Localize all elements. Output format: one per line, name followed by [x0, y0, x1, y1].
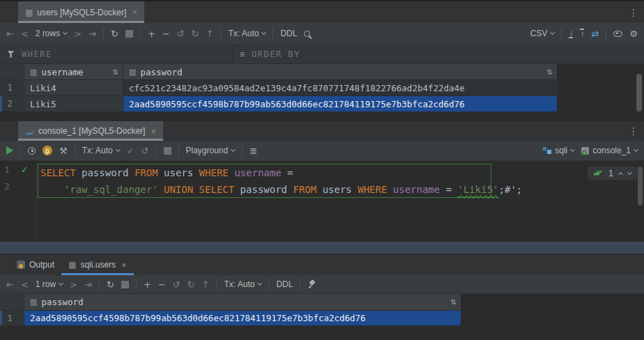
- editor-scrollbar[interactable]: [638, 167, 643, 206]
- rollback-icon[interactable]: ↺: [141, 146, 149, 155]
- search-icon[interactable]: [304, 31, 310, 37]
- schema-dropdown[interactable]: sqli: [543, 146, 574, 155]
- kebab-menu-icon[interactable]: ⋮: [623, 125, 644, 137]
- sql-editor[interactable]: 1 2 ✓ SELECT password FROM users WHERE u…: [0, 161, 644, 242]
- panel-splitter[interactable]: [0, 242, 644, 254]
- order-by-filter[interactable]: ≡ ORDER BY: [233, 45, 300, 63]
- compare-sync-icon[interactable]: ⇄: [591, 29, 599, 39]
- chevron-up-icon[interactable]: [618, 171, 623, 176]
- cell-value: Liki4: [30, 83, 56, 93]
- column-header-label: username: [41, 67, 83, 77]
- grid-filter-row: WHERE ≡ ORDER BY: [0, 45, 644, 64]
- next-page-icon[interactable]: >: [74, 29, 82, 38]
- import-upload-icon[interactable]: ↑: [580, 29, 584, 38]
- table-row: 1 2aad5890595ccf4598b787b99ab563d0d66ec8…: [0, 311, 644, 326]
- close-icon[interactable]: ×: [132, 7, 137, 17]
- last-page-icon[interactable]: ⇥: [89, 29, 96, 38]
- chevron-down-icon[interactable]: [627, 169, 632, 174]
- grid-toolbar: ⇤ < 2 rows > ⇥ ↻ + − ↺ ↻ ↑ Tx: Auto DDL …: [0, 23, 644, 45]
- delete-row-icon[interactable]: −: [158, 280, 166, 289]
- tab-output[interactable]: Output: [10, 254, 61, 275]
- session-icon: [581, 147, 589, 155]
- export-format-label: CSV: [530, 29, 548, 38]
- divider: [300, 279, 300, 291]
- submit-icon[interactable]: ↑: [202, 280, 210, 289]
- playground-dropdown[interactable]: Playground: [186, 146, 236, 155]
- cell-value: 2aad5890595ccf4598b787b99ab563d0d66ec821…: [129, 99, 465, 109]
- console-toolbar: p ⚒ Tx: Auto ✓ ↺ Playground ≣ sqli conso…: [0, 141, 644, 161]
- stop-icon[interactable]: [164, 147, 171, 155]
- close-icon[interactable]: ×: [151, 126, 156, 137]
- schema-label: sqli: [555, 146, 567, 155]
- reload-icon[interactable]: ↻: [107, 280, 114, 289]
- submit-icon[interactable]: ↑: [206, 29, 214, 38]
- redo-icon[interactable]: ↻: [192, 29, 199, 38]
- page-size-dropdown[interactable]: 1 row: [36, 279, 63, 289]
- gear-icon[interactable]: ⚙: [629, 29, 638, 38]
- last-page-icon[interactable]: ⇥: [84, 280, 92, 289]
- revert-icon[interactable]: ↺: [173, 280, 181, 289]
- page-size-dropdown[interactable]: 2 rows: [36, 29, 67, 38]
- grid-scrollbar[interactable]: [636, 74, 642, 111]
- divider: [136, 279, 137, 291]
- redo-icon[interactable]: ↻: [187, 280, 195, 289]
- revert-icon[interactable]: ↺: [177, 29, 185, 38]
- double-check-icon: ✔✔: [593, 168, 604, 178]
- kebab-menu-icon[interactable]: ⋮: [623, 7, 644, 18]
- export-format-dropdown[interactable]: CSV: [530, 29, 555, 38]
- first-page-icon[interactable]: ⇤: [6, 29, 14, 38]
- close-icon[interactable]: ×: [121, 260, 127, 270]
- delete-row-icon[interactable]: −: [162, 29, 170, 38]
- history-clock-icon[interactable]: [28, 147, 36, 155]
- header-gutter: [0, 294, 24, 310]
- ddl-button[interactable]: DDL: [280, 29, 297, 38]
- add-row-icon[interactable]: +: [144, 280, 151, 289]
- cell-username[interactable]: Liki4: [24, 80, 123, 95]
- add-row-icon[interactable]: +: [148, 29, 155, 38]
- previous-page-icon[interactable]: <: [21, 29, 29, 38]
- parameters-icon[interactable]: p: [43, 146, 52, 155]
- stop-icon[interactable]: [121, 281, 129, 288]
- run-play-icon[interactable]: [6, 146, 13, 155]
- stop-icon[interactable]: [125, 30, 133, 38]
- first-page-icon[interactable]: ⇤: [6, 280, 14, 289]
- cell-password[interactable]: cfc521c23482ac93a09584ad2e139c4a7fc87077…: [123, 80, 558, 95]
- cell-value: cfc521c23482ac93a09584ad2e139c4a7fc87077…: [129, 83, 465, 93]
- tab-sqli-users[interactable]: ▦ sqli.users ×: [61, 254, 134, 275]
- output-layout-icon[interactable]: ≣: [250, 146, 257, 155]
- divider: [178, 145, 179, 157]
- tx-mode-dropdown[interactable]: Tx: Auto: [228, 29, 266, 38]
- where-filter[interactable]: WHERE: [0, 45, 232, 63]
- column-icon: ▥: [30, 68, 37, 77]
- reload-icon[interactable]: ↻: [111, 29, 118, 38]
- wrench-icon[interactable]: ⚒: [59, 146, 68, 155]
- chevron-down-icon: [570, 147, 575, 152]
- pin-icon[interactable]: [307, 279, 316, 289]
- cell-username[interactable]: Liki5: [24, 96, 123, 111]
- commit-check-icon[interactable]: ✓: [127, 146, 135, 155]
- sql-line-2[interactable]: 'raw_sql_danger' UNION SELECT password F…: [40, 181, 522, 198]
- session-dropdown[interactable]: console_1: [581, 146, 638, 155]
- column-header-username[interactable]: ▥ username ⇅: [24, 64, 123, 79]
- row-number: 2: [0, 96, 24, 111]
- divider: [140, 28, 141, 40]
- tab-console[interactable]: console_1 [MySQL5-Docker] ×: [18, 121, 163, 141]
- previous-page-icon[interactable]: <: [21, 280, 29, 289]
- sort-icon[interactable]: ⇅: [113, 68, 123, 76]
- export-download-icon[interactable]: ↓: [569, 29, 573, 38]
- tx-mode-dropdown[interactable]: Tx: Auto: [82, 146, 120, 155]
- sql-line-1[interactable]: SELECT password FROM users WHERE usernam…: [40, 164, 293, 181]
- sort-icon[interactable]: ⇅: [451, 298, 461, 306]
- order-by-label: ORDER BY: [252, 49, 300, 59]
- sort-icon[interactable]: ⇅: [547, 68, 557, 76]
- cell-password-selected[interactable]: 2aad5890595ccf4598b787b99ab563d0d66ec821…: [24, 311, 461, 325]
- cell-password-selected[interactable]: 2aad5890595ccf4598b787b99ab563d0d66ec821…: [123, 96, 558, 111]
- tx-mode-dropdown[interactable]: Tx: Auto: [224, 279, 261, 289]
- tab-users-grid[interactable]: ▦ users [MySQL5-Docker] ×: [18, 1, 144, 23]
- column-icon: ▥: [129, 68, 136, 77]
- ddl-button[interactable]: DDL: [276, 279, 293, 289]
- column-header-password[interactable]: ▥ password ⇅: [24, 294, 461, 310]
- next-page-icon[interactable]: >: [70, 280, 77, 289]
- column-header-password[interactable]: ▥ password ⇅: [123, 64, 558, 79]
- view-options-eye-icon[interactable]: [613, 31, 622, 37]
